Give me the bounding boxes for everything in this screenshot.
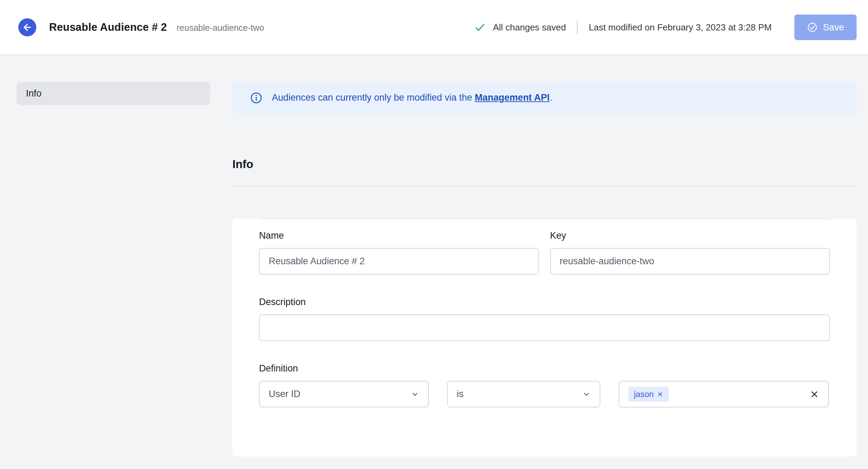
key-label: Key <box>550 230 830 241</box>
description-input[interactable] <box>259 314 830 341</box>
header-bar: Reusable Audience # 2 reusable-audience-… <box>0 0 868 55</box>
page-title: Reusable Audience # 2 <box>49 21 167 34</box>
key-field-group: Key <box>550 230 830 275</box>
header-vertical-divider <box>577 20 578 35</box>
definition-label: Definition <box>259 363 830 374</box>
value-chip-label: jason <box>634 389 654 399</box>
description-label: Description <box>259 297 830 307</box>
chip-remove-x-icon[interactable] <box>657 391 663 397</box>
sidebar-item-info[interactable]: Info <box>17 82 210 105</box>
last-modified-text: Last modified on February 3, 2023 at 3:2… <box>589 22 772 33</box>
form-area: Name Key Description Definition <box>259 219 830 407</box>
value-chip[interactable]: jason <box>628 387 669 402</box>
save-button-label: Save <box>823 22 844 33</box>
info-card: Name Key Description Definition <box>232 219 857 457</box>
banner-text-before: Audiences can currently only be modified… <box>272 92 475 103</box>
section-title: Info <box>232 158 857 171</box>
clear-values-x-icon[interactable] <box>810 389 819 399</box>
definition-field-group: Definition User ID is <box>259 363 830 407</box>
description-field-group: Description <box>259 297 830 341</box>
circle-check-icon <box>807 22 818 33</box>
chevron-down-icon <box>582 390 591 398</box>
content-area: Info Audiences can currently only be mod… <box>0 55 868 457</box>
status-group: All changes saved Last modified on Febru… <box>474 20 772 35</box>
chevron-down-icon <box>411 390 419 398</box>
check-icon <box>474 21 486 33</box>
definition-controls-row: User ID is <box>259 381 830 407</box>
back-button[interactable] <box>18 18 36 36</box>
arrow-left-icon <box>22 22 33 33</box>
main-column: Audiences can currently only be modified… <box>232 82 857 457</box>
name-field-group: Name <box>259 230 539 275</box>
saved-status-text: All changes saved <box>493 22 566 33</box>
info-banner: Audiences can currently only be modified… <box>232 82 857 113</box>
name-key-row: Name Key <box>259 230 830 275</box>
save-button[interactable]: Save <box>794 15 857 40</box>
section-divider <box>232 186 857 187</box>
title-group: Reusable Audience # 2 reusable-audience-… <box>49 21 264 34</box>
banner-text: Audiences can currently only be modified… <box>272 92 552 103</box>
name-input[interactable] <box>259 248 539 275</box>
name-label: Name <box>259 230 539 241</box>
sidebar-item-label: Info <box>26 88 41 99</box>
management-api-link[interactable]: Management API <box>475 92 550 103</box>
info-circle-icon <box>250 91 263 104</box>
page-slug: reusable-audience-two <box>177 23 264 33</box>
sidebar: Info <box>17 82 210 457</box>
definition-values-input[interactable]: jason <box>619 381 829 407</box>
operator-select-value: is <box>457 389 464 399</box>
operator-select[interactable]: is <box>447 381 600 407</box>
trait-select[interactable]: User ID <box>259 381 429 407</box>
trait-select-value: User ID <box>269 389 301 399</box>
banner-text-after: . <box>550 92 552 103</box>
key-input[interactable] <box>550 248 830 275</box>
